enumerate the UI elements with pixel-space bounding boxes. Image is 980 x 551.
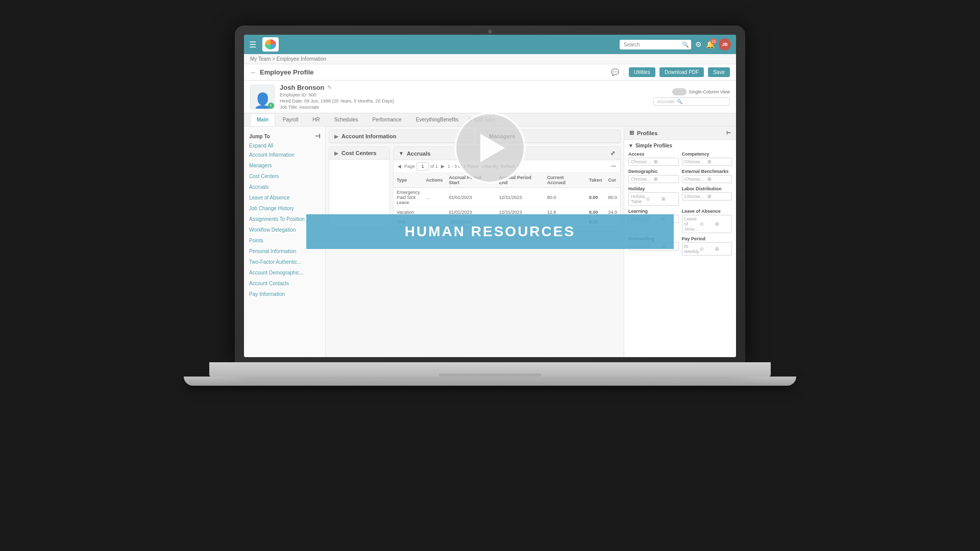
sidebar-item-job-change-history[interactable]: Job Change History: [244, 203, 325, 214]
accruals-expand-icon[interactable]: ⤢: [610, 150, 615, 157]
accruals-search[interactable]: Accruals 🔍: [653, 97, 730, 106]
sidebar-item-account-information[interactable]: Account Information: [244, 149, 325, 160]
toggle-switch[interactable]: [672, 88, 687, 95]
edit-avatar-badge[interactable]: ✎: [268, 103, 274, 109]
tab-main[interactable]: Main: [250, 113, 275, 126]
sidebar-jump-to: Jump To ⊣: [244, 131, 325, 142]
row1-taken: 0.00: [586, 188, 605, 208]
sidebar-item-account-contacts[interactable]: Account Contacts: [244, 278, 325, 289]
leave-icon2: ⊞: [715, 221, 729, 227]
tab-hr[interactable]: HR: [306, 113, 326, 126]
employee-details: Josh Bronson ✎ Employee ID: 900 Hired Da…: [280, 84, 648, 110]
employee-name: Josh Bronson: [280, 84, 324, 91]
search-input[interactable]: [624, 42, 680, 47]
demographic-input[interactable]: Choose... ⊞: [628, 175, 679, 183]
tab-everythingbenefits[interactable]: EverythingBenefits: [409, 113, 465, 126]
holiday-field: Holiday Holiday Table ⊙ ⊞: [628, 186, 679, 206]
labor-dist-icon: ⊞: [707, 194, 729, 199]
employee-avatar: 👤 ✎: [250, 85, 275, 109]
page-of-label: of 1: [430, 164, 438, 169]
utilities-button[interactable]: Utilities: [629, 67, 655, 77]
profile-header: ← Employee Profile 💬 | Utilities Downloa…: [244, 64, 736, 81]
laptop-camera: [488, 30, 492, 34]
search-box: 🔍: [620, 40, 691, 49]
col-taken: Taken: [586, 173, 605, 188]
ext-benchmarks-icon: ⊞: [707, 177, 729, 182]
col-actions: Actions: [423, 173, 446, 188]
navbar-icons: ⚙ 🔔 10 JB: [695, 38, 731, 51]
divider: |: [623, 69, 625, 76]
profiles-panel-icon: ⊞: [629, 130, 634, 136]
video-label[interactable]: HUMAN RESOURCES: [306, 214, 674, 249]
employee-id: Employee ID: 900: [280, 92, 648, 97]
holiday-icon1: ⊙: [646, 196, 660, 202]
table-actions-menu[interactable]: •••: [611, 164, 616, 169]
labor-distribution-input[interactable]: Choose... ⊞: [682, 192, 732, 201]
accruals-search-icon: 🔍: [677, 99, 682, 104]
page-number-input[interactable]: [416, 162, 429, 170]
holiday-input[interactable]: Holiday Table ⊙ ⊞: [628, 192, 679, 206]
leave-of-absence-input[interactable]: Leave of Abse... ⊙ ⊞: [682, 215, 732, 233]
external-benchmarks-value: Choose...: [684, 177, 706, 182]
sidebar-item-managers[interactable]: Managers: [244, 160, 325, 171]
row1-end: 12/31/2023: [496, 188, 544, 208]
competency-icon: ⊞: [707, 159, 729, 164]
tab-payroll[interactable]: Payroll: [276, 113, 305, 126]
message-icon[interactable]: 💬: [611, 68, 619, 76]
access-input[interactable]: Choose... ⊞: [628, 158, 679, 166]
leave-icon1: ⊙: [700, 221, 714, 227]
employee-hire-date: Hired Date: 09 Jun, 1998 (25 Years, 5 Mo…: [280, 98, 648, 104]
pay-period-field: Pay Period Bi Weekly ⊙ ⊞: [682, 236, 732, 256]
sidebar-item-pay-information[interactable]: Pay Information: [244, 289, 325, 299]
sidebar-item-two-factor[interactable]: Two-Factor Authentic...: [244, 257, 325, 267]
demographic-label: Demographic: [628, 169, 679, 174]
profiles-title: Profiles: [637, 130, 657, 136]
employee-edit-icon[interactable]: ✎: [327, 84, 332, 91]
learning-label: Learning: [628, 209, 679, 214]
settings-icon[interactable]: ⚙: [695, 40, 702, 48]
tab-performance[interactable]: Performance: [366, 113, 408, 126]
demographic-value: Choose...: [631, 177, 653, 182]
pay-period-input[interactable]: Bi Weekly ⊙ ⊞: [682, 242, 732, 256]
col-type: Type: [394, 173, 423, 188]
tab-schedules[interactable]: Schedules: [328, 113, 365, 126]
labor-distribution-label: Labor Distribution: [682, 186, 732, 191]
nav-prev-icon[interactable]: ◀: [398, 164, 401, 169]
holiday-label: Holiday: [628, 186, 679, 191]
leave-of-absence-field: Leave of Absence Leave of Abse... ⊙ ⊞: [682, 209, 732, 233]
laptop-bottom: [184, 377, 796, 386]
sidebar-item-cost-centers[interactable]: Cost Centers: [244, 171, 325, 182]
notifications-icon[interactable]: 🔔 10: [706, 40, 715, 48]
sidebar-item-accruals[interactable]: Accruals: [244, 182, 325, 192]
menu-icon[interactable]: ☰: [249, 40, 256, 49]
back-button[interactable]: ←: [250, 68, 257, 76]
sidebar-item-leave-of-absence[interactable]: Leave of Absence: [244, 192, 325, 203]
profiles-expand-icon[interactable]: ⊢: [726, 130, 731, 136]
play-button[interactable]: [454, 112, 526, 184]
external-benchmarks-input[interactable]: Choose... ⊞: [682, 175, 732, 183]
pay-period-icon2: ⊞: [715, 246, 729, 252]
simple-profiles-collapse-icon[interactable]: ▼: [628, 143, 633, 148]
account-info-expand-icon[interactable]: ▶: [334, 134, 338, 139]
access-value: Choose...: [631, 159, 653, 164]
table-row: EmergencyPaid SickLeave ... 01/01/2023 1…: [394, 188, 620, 208]
cost-centers-header: ▶ Cost Centers: [329, 147, 389, 160]
collapse-sidebar-icon[interactable]: ⊣: [315, 133, 320, 140]
leave-of-absence-value: Leave of Abse...: [684, 216, 699, 232]
single-col-toggle[interactable]: Single-Column View: [672, 88, 730, 95]
cost-centers-expand-icon[interactable]: ▶: [334, 151, 338, 156]
external-benchmarks-label: External Benchmarks: [682, 169, 732, 174]
competency-input[interactable]: Choose... ⊞: [682, 158, 732, 166]
avatar[interactable]: JB: [719, 38, 731, 51]
expand-all-button[interactable]: Expand All: [244, 142, 325, 149]
save-button[interactable]: Save: [708, 67, 730, 77]
sidebar-item-account-demographic[interactable]: Account Demographic...: [244, 267, 325, 278]
accruals-collapse-icon[interactable]: ▼: [399, 151, 404, 156]
notification-badge: 10: [710, 38, 717, 44]
nav-next-icon[interactable]: ▶: [441, 164, 445, 169]
cost-centers-title: Cost Centers: [341, 150, 376, 156]
breadcrumb: My Team > Employee Information: [244, 54, 736, 64]
col-current-accrued: Current Accrued: [544, 173, 586, 188]
row1-actions[interactable]: ...: [423, 188, 446, 208]
download-pdf-button[interactable]: Download PDF: [659, 67, 704, 77]
